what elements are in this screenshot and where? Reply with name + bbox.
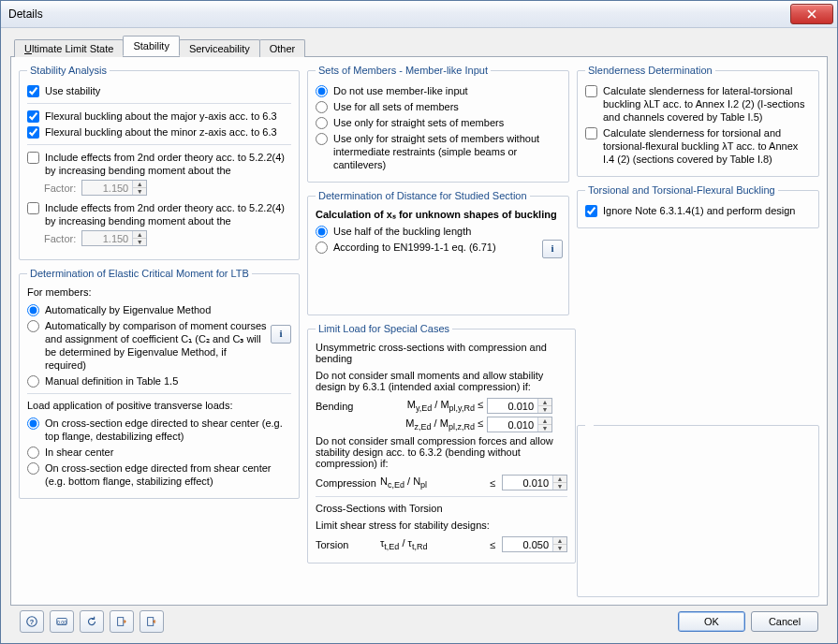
group-limit: Limit Load for Special Cases Unsymmetric… — [307, 323, 576, 564]
chk-second-order-a[interactable]: Include effects from 2nd order theory ac… — [27, 151, 291, 177]
down-icon[interactable]: ▼ — [553, 545, 566, 551]
save-config-button[interactable] — [140, 610, 164, 633]
legend-stability: Stability Analysis — [27, 65, 110, 76]
chk-ignore-note[interactable]: Ignore Note 6.3.1.4(1) and perform desig… — [585, 204, 811, 217]
limit-unsym: Unsymmetric cross-sections with compress… — [316, 342, 567, 364]
up-icon[interactable]: ▲ — [538, 399, 551, 406]
rad-compare[interactable]: Automatically by comparison of moment co… — [27, 319, 291, 372]
tab-stability[interactable]: Stability — [123, 36, 180, 56]
rad-manual[interactable]: Manual definition in Table 1.5 — [27, 374, 291, 388]
chk-slender-tor[interactable]: Calculate slenderness for torsional and … — [585, 126, 811, 166]
row-my: Bending My,Ed / Mpl,y,Rd ≤ ▲▼ — [316, 398, 567, 414]
group-stability-analysis: Stability Analysis Use stability Flexura… — [19, 65, 300, 260]
limit-note2: Do not consider small compression forces… — [316, 435, 567, 469]
row-mz: Mz,Ed / Mpl,z,Rd ≤ ▲▼ — [316, 417, 567, 432]
torsion-head: Cross-Sections with Torsion — [316, 503, 567, 514]
chk-use-stability[interactable]: Use stability — [27, 84, 291, 97]
factor-a-spinner[interactable]: ▲▼ — [81, 180, 147, 196]
reset-button[interactable] — [80, 610, 104, 633]
cancel-button[interactable]: Cancel — [751, 611, 818, 632]
svg-rect-5 — [148, 618, 154, 626]
rad-edge-from[interactable]: On cross-section edge directed from shea… — [27, 461, 291, 488]
rad-eigen[interactable]: Automatically by Eigenvalue Method — [27, 303, 291, 316]
down-icon[interactable]: ▼ — [538, 425, 551, 432]
chk-second-order-b[interactable]: Include effects from 2nd order theory ac… — [27, 201, 291, 227]
factor-row-a: Factor: ▲▼ — [27, 180, 291, 196]
lbl-torsion: Torsion — [316, 539, 376, 550]
legend-ltb: Determination of Elastic Critical Moment… — [27, 268, 252, 279]
reset-icon — [85, 615, 98, 628]
up-icon[interactable]: ▲ — [538, 417, 551, 425]
lbl-bending: Bending — [316, 401, 376, 412]
chk-slender-ltb[interactable]: Calculate slenderness for lateral-torsio… — [585, 84, 811, 124]
rad-edge-to[interactable]: On cross-section edge directed to shear … — [27, 417, 291, 443]
down-icon[interactable]: ▼ — [133, 239, 146, 245]
close-button[interactable] — [790, 4, 833, 24]
input-nc[interactable] — [503, 476, 552, 490]
factor-row-b: Factor: ▲▼ — [27, 230, 291, 246]
footer: ? 0.00 OK Cancel — [10, 606, 828, 637]
tab-bar: Ultimate Limit State Stability Serviceab… — [14, 36, 828, 56]
legend-distance: Determination of Distance for Studied Se… — [316, 190, 530, 201]
save-icon — [145, 615, 158, 628]
chk-flex-z[interactable]: Flexural buckling about the minor z-axis… — [27, 125, 291, 139]
tab-page-stability: Stability Analysis Use stability Flexura… — [10, 56, 828, 606]
sym-tau: τt,Ed / τt,Rd — [380, 537, 483, 551]
window-title: Details — [8, 7, 790, 21]
down-icon[interactable]: ▼ — [538, 406, 551, 413]
up-icon[interactable]: ▲ — [133, 181, 146, 188]
op-le-tau: ≤ — [487, 539, 498, 550]
spin-tau[interactable]: ▲▼ — [502, 536, 567, 552]
row-nc: Compression Nc,Ed / Npl ≤ ▲▼ — [316, 475, 567, 490]
rad-in-shear[interactable]: In shear center — [27, 446, 291, 459]
tab-other[interactable]: Other — [259, 39, 306, 57]
down-icon[interactable]: ▼ — [553, 483, 566, 490]
up-icon[interactable]: ▲ — [553, 537, 566, 545]
op-le-nc: ≤ — [487, 477, 498, 489]
up-icon[interactable]: ▲ — [553, 476, 566, 483]
factor-b-spinner[interactable]: ▲▼ — [81, 230, 147, 246]
rad-sets-all[interactable]: Use for all sets of members — [316, 100, 561, 113]
col-right: Slenderness Determination Calculate slen… — [577, 65, 819, 597]
ltb-load-app: Load application of positive transverse … — [27, 400, 291, 411]
group-ltb: Determination of Elastic Critical Moment… — [19, 268, 300, 499]
load-icon — [115, 615, 128, 628]
spin-mz[interactable]: ▲▼ — [487, 417, 552, 432]
input-mz[interactable] — [488, 417, 537, 432]
up-icon[interactable]: ▲ — [133, 231, 146, 239]
down-icon[interactable]: ▼ — [133, 188, 146, 195]
distance-title: Calculation of xₛ for unknown shapes of … — [316, 209, 561, 221]
input-my[interactable] — [488, 399, 537, 413]
legend-limit: Limit Load for Special Cases — [316, 323, 452, 334]
info-button-distance[interactable]: i — [542, 240, 563, 258]
input-tau[interactable] — [503, 537, 552, 551]
group-distance: Determination of Distance for Studied Se… — [307, 190, 569, 315]
ltb-for-members: For members: — [27, 286, 291, 298]
col-left: Stability Analysis Use stability Flexura… — [19, 65, 300, 597]
sym-my: My,Ed / Mpl,y,Rd ≤ — [380, 399, 483, 413]
load-config-button[interactable] — [110, 610, 134, 633]
factor-b-input[interactable] — [82, 231, 132, 245]
rad-sets-none[interactable]: Do not use member-like input — [316, 84, 561, 97]
rad-sets-straight-noint[interactable]: Use only for straight sets of members wi… — [316, 132, 561, 171]
rad-half[interactable]: Use half of the buckling length — [316, 225, 561, 238]
tab-serviceability[interactable]: Serviceability — [179, 39, 260, 57]
factor-a-input[interactable] — [82, 181, 132, 195]
ok-button[interactable]: OK — [678, 611, 745, 632]
factor-label-a: Factor: — [44, 183, 76, 194]
tab-uls[interactable]: Ultimate Limit State — [14, 39, 124, 57]
units-button[interactable]: 0.00 — [50, 610, 74, 633]
chk-flex-y[interactable]: Flexural buckling about the major y-axis… — [27, 110, 291, 123]
sym-nc: Nc,Ed / Npl — [380, 476, 483, 490]
svg-text:0.00: 0.00 — [57, 620, 66, 625]
rad-en[interactable]: According to EN1999-1-1 eq. (6.71) — [316, 241, 561, 254]
spin-nc[interactable]: ▲▼ — [502, 475, 567, 490]
rad-sets-straight[interactable]: Use only for straight sets of members — [316, 116, 561, 129]
help-button[interactable]: ? — [20, 610, 44, 633]
svg-rect-4 — [118, 618, 124, 626]
spin-my[interactable]: ▲▼ — [487, 398, 552, 414]
info-button-ltb[interactable]: i — [271, 325, 291, 344]
lbl-compression: Compression — [316, 477, 376, 489]
group-sets: Sets of Members - Member-like Input Do n… — [307, 65, 569, 183]
row-tau: Torsion τt,Ed / τt,Rd ≤ ▲▼ — [316, 536, 567, 552]
